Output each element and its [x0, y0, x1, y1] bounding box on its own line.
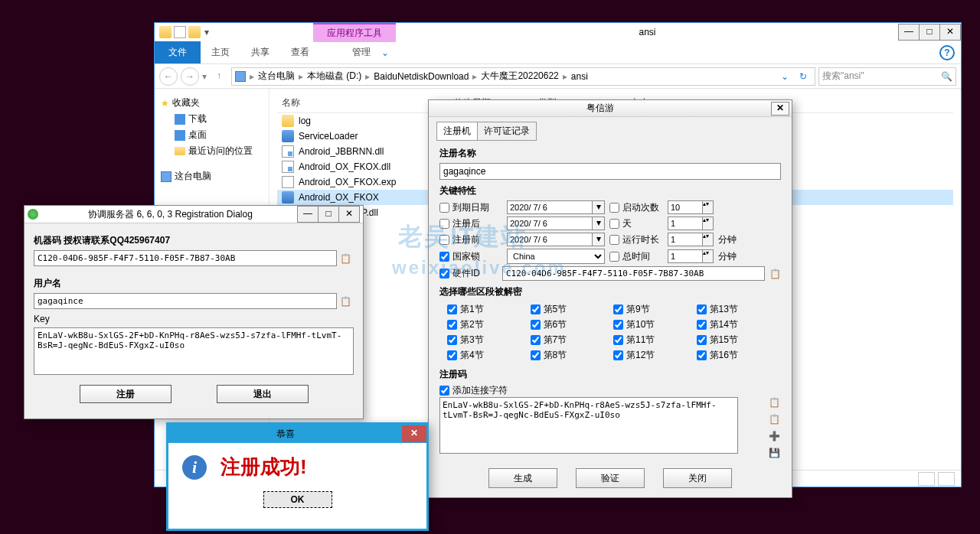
tab-license-records[interactable]: 许可证记录	[477, 122, 537, 141]
days-input[interactable]	[668, 217, 703, 230]
section-checkbox[interactable]: 第5节	[531, 303, 608, 316]
close-button[interactable]: ✕	[939, 24, 961, 41]
section-checkbox[interactable]: 第14节	[697, 318, 774, 331]
sidebar-recent[interactable]: 最近访问的位置	[161, 143, 263, 159]
chk-days[interactable]: 天	[609, 217, 663, 230]
copy-icon[interactable]: 📋	[340, 296, 354, 307]
sidebar-favorites[interactable]: ★收藏夹	[161, 95, 263, 111]
ribbon-tab-file[interactable]: 文件	[155, 41, 201, 63]
key-textarea[interactable]	[34, 327, 354, 375]
chk-startcount[interactable]: 启动次数	[609, 201, 663, 214]
chk-addconn[interactable]: 添加连接字符	[439, 384, 781, 397]
sidebar-desktop[interactable]: 桌面	[161, 127, 263, 143]
breadcrumb-item[interactable]: 大牛魔王20220622	[481, 70, 558, 83]
regname-input[interactable]	[439, 163, 781, 180]
sidebar-downloads[interactable]: 下载	[161, 111, 263, 127]
section-checkbox[interactable]: 第8节	[531, 349, 608, 362]
address-bar[interactable]: ▸ 这台电脑▸ 本地磁盘 (D:)▸ BaiduNetdiskDownload▸…	[231, 67, 815, 86]
chk-after[interactable]: 注册后	[439, 217, 502, 230]
section-checkbox[interactable]: 第4节	[447, 349, 524, 362]
copy-icon[interactable]: 📋	[767, 397, 781, 411]
qat-dropdown[interactable]: ▾	[203, 27, 211, 37]
yxy-titlebar[interactable]: 粤信游 ✕	[429, 100, 792, 117]
copy-icon[interactable]: 📋	[340, 253, 354, 264]
breadcrumb-item[interactable]: BaiduNetdiskDownload	[374, 71, 469, 82]
view-icons-button[interactable]	[938, 472, 955, 486]
ribbon-tab-share[interactable]: 共享	[240, 41, 280, 63]
minimize-button[interactable]: —	[898, 24, 920, 41]
date-expire[interactable]	[507, 200, 593, 214]
contextual-tab-apptools[interactable]: 应用程序工具	[313, 23, 396, 42]
chk-country[interactable]: 国家锁	[439, 250, 502, 263]
date-after[interactable]	[507, 217, 593, 230]
section-checkbox[interactable]: 第16节	[697, 349, 774, 362]
section-checkbox[interactable]: 第13节	[697, 303, 774, 316]
close-button[interactable]: ✕	[338, 206, 360, 223]
paste-icon[interactable]: 📋	[767, 414, 781, 428]
chk-expire[interactable]: 到期日期	[439, 201, 502, 214]
ribbon-tab-view[interactable]: 查看	[280, 41, 320, 63]
close-button[interactable]: ✕	[771, 102, 789, 116]
maximize-button[interactable]: □	[318, 206, 339, 223]
msgbox-titlebar[interactable]: 恭喜 ✕	[168, 425, 426, 443]
chk-before[interactable]: 注册前	[439, 233, 502, 246]
exit-button[interactable]: 退出	[217, 385, 309, 403]
verify-button[interactable]: 验证	[576, 468, 645, 488]
explorer-titlebar[interactable]: ▾ 应用程序工具 ansi — □ ✕	[155, 23, 961, 41]
properties-icon[interactable]	[174, 26, 186, 38]
chk-totaltime[interactable]: 总时间	[609, 250, 663, 263]
close-button[interactable]: ✕	[402, 425, 426, 442]
register-button[interactable]: 注册	[80, 385, 172, 403]
section-checkbox[interactable]: 第12节	[613, 349, 691, 362]
minimize-button[interactable]: —	[297, 206, 318, 223]
help-icon[interactable]: ?	[939, 45, 955, 60]
section-checkbox[interactable]: 第7节	[531, 334, 608, 347]
section-checkbox[interactable]: 第6节	[531, 318, 608, 331]
section-checkbox[interactable]: 第9节	[613, 303, 691, 316]
startcount-input[interactable]	[668, 200, 703, 214]
ribbon-tab-home[interactable]: 主页	[201, 41, 240, 63]
ribbon-expand-icon[interactable]: ⌄	[381, 47, 389, 58]
ribbon-tab-manage[interactable]: 管理	[341, 41, 381, 63]
breadcrumb-item[interactable]: 这台电脑	[258, 70, 295, 83]
regdlg-titlebar[interactable]: 协调服务器 6, 6, 0, 3 Registration Dialog — □…	[24, 206, 363, 223]
add-icon[interactable]: ➕	[767, 431, 781, 444]
hwid-input[interactable]	[502, 266, 765, 281]
new-folder-icon[interactable]	[188, 26, 201, 38]
nav-history-dropdown[interactable]: ▾	[202, 71, 207, 82]
breadcrumb-item[interactable]: 本地磁盘 (D:)	[307, 70, 361, 83]
search-icon[interactable]: 🔍	[941, 71, 952, 82]
search-input[interactable]: 搜索"ansi" 🔍	[818, 67, 956, 86]
regcode-textarea[interactable]	[439, 397, 738, 454]
nav-up-button[interactable]: ↑	[210, 67, 228, 86]
paste-icon[interactable]: 📋	[769, 269, 781, 279]
sidebar-thispc[interactable]: 这台电脑	[161, 168, 263, 184]
section-checkbox[interactable]: 第1节	[447, 303, 524, 316]
view-details-button[interactable]	[918, 472, 935, 486]
breadcrumb-item[interactable]: ansi	[571, 71, 588, 82]
username-input[interactable]	[34, 293, 337, 309]
close-button[interactable]: 关闭	[663, 468, 732, 488]
col-name[interactable]: 名称	[277, 96, 449, 109]
generate-button[interactable]: 生成	[488, 468, 557, 488]
tab-register[interactable]: 注册机	[436, 122, 478, 141]
chk-runtime[interactable]: 运行时长	[609, 233, 663, 246]
runtime-input[interactable]	[668, 233, 703, 246]
section-checkbox[interactable]: 第3节	[447, 334, 524, 347]
country-select[interactable]: China	[507, 249, 605, 264]
save-icon[interactable]: 💾	[767, 448, 781, 461]
totaltime-input[interactable]	[668, 249, 703, 263]
nav-back-button[interactable]: ←	[159, 67, 178, 86]
date-before[interactable]	[507, 233, 593, 246]
section-checkbox[interactable]: 第15节	[697, 334, 774, 347]
section-checkbox[interactable]: 第2节	[447, 318, 524, 331]
section-checkbox[interactable]: 第10节	[613, 318, 691, 331]
ok-button[interactable]: OK	[263, 491, 332, 508]
date-dropdown-icon[interactable]: ▾	[593, 200, 605, 214]
chk-hwid[interactable]: 硬件ID	[439, 267, 498, 280]
refresh-icon[interactable]: ↻	[795, 71, 812, 82]
section-checkbox[interactable]: 第11节	[613, 334, 691, 347]
maximize-button[interactable]: □	[919, 24, 940, 41]
nav-forward-button[interactable]: →	[181, 67, 199, 86]
machine-code-input[interactable]	[34, 250, 337, 266]
